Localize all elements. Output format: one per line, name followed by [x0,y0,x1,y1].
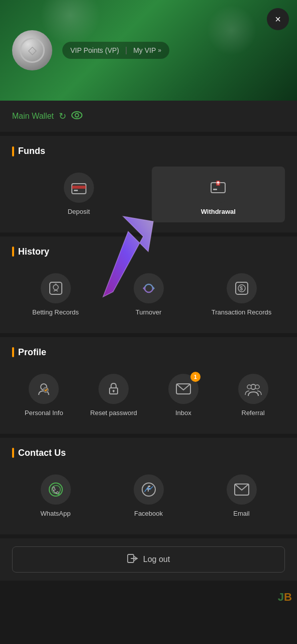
facebook-label: Facebook [134,510,163,518]
reset-password-item[interactable]: Reset password [82,368,146,424]
withdrawal-icon-circle [203,173,233,203]
refresh-icon[interactable]: ↻ [59,111,66,122]
transaction-records-label: Transaction Records [212,308,271,317]
svg-point-0 [72,112,82,119]
referral-icon [238,374,268,404]
my-vip-link[interactable]: My VIP » [133,46,161,54]
withdrawal-item[interactable]: Withdrawal [152,167,285,222]
profile-title: Profile [12,347,285,358]
header: × ◇ VIP Points (VP) | My VIP » [0,0,297,101]
history-grid: Betting Records Turnover $ [12,267,285,323]
vip-points-label: VIP Points (VP) [70,46,119,54]
betting-records-item[interactable]: Betting Records [12,267,99,323]
inbox-icon: 1 [168,374,199,404]
betting-records-icon [41,273,71,303]
svg-point-19 [43,387,48,392]
email-label: Email [233,510,250,518]
svg-point-1 [75,113,78,117]
logout-button[interactable]: Log out [12,546,285,573]
svg-point-10 [55,283,57,285]
eye-icon[interactable] [71,111,82,122]
facebook-item[interactable]: Facebook [105,468,192,524]
svg-point-25 [255,385,259,389]
svg-point-24 [247,385,251,389]
facebook-icon [134,474,164,505]
profile-section: Profile Personal Info [0,337,297,434]
funds-grid: Deposit Withdrawal [12,167,285,222]
svg-marker-11 [153,286,155,290]
profile-grid: Personal Info Reset password 1 [12,368,285,424]
whatsapp-item[interactable]: WhatsApp [12,468,99,524]
svg-marker-12 [143,286,145,290]
inbox-badge: 1 [190,372,201,382]
contact-title: Contact Us [12,448,285,458]
svg-rect-3 [72,186,86,189]
logout-icon [127,554,138,565]
logout-section: Log out [0,538,297,581]
personal-info-item[interactable]: Personal Info [12,368,76,424]
betting-records-label: Betting Records [32,308,79,317]
logout-label: Log out [143,555,170,564]
funds-section: Funds Deposit Wi [0,136,297,232]
transaction-records-icon: $ [227,273,257,303]
svg-point-9 [53,285,58,290]
wallet-label: Main Wallet ↻ [12,111,285,122]
watermark: JB [278,591,292,604]
deposit-item[interactable]: Deposit [12,167,146,222]
contact-section: Contact Us WhatsApp [0,438,297,534]
email-icon [227,474,257,505]
contact-grid: WhatsApp Facebook Email [12,468,285,524]
wallet-section: Main Wallet ↻ [0,101,297,132]
withdrawal-label: Withdrawal [201,208,236,216]
funds-title: Funds [12,146,285,156]
turnover-label: Turnover [136,308,162,317]
whatsapp-icon [41,474,71,505]
referral-label: Referral [242,409,265,418]
email-item[interactable]: Email [198,468,285,524]
whatsapp-label: WhatsApp [41,510,71,518]
deposit-icon-circle [64,173,94,203]
vip-info-bar[interactable]: VIP Points (VP) | My VIP » [62,42,169,59]
personal-info-label: Personal Info [25,409,63,418]
deposit-label: Deposit [68,208,90,216]
inbox-item[interactable]: 1 Inbox [152,368,216,424]
close-button[interactable]: × [267,8,289,30]
reset-password-icon [98,374,129,404]
logo: ◇ [12,30,52,70]
chevron-right-icon: » [158,47,161,54]
personal-info-icon [29,374,59,404]
svg-rect-7 [213,189,217,190]
inbox-label: Inbox [175,409,191,418]
transaction-records-item[interactable]: $ Transaction Records [198,267,285,323]
svg-rect-4 [74,190,78,191]
turnover-item[interactable]: Turnover [105,267,192,323]
turnover-icon [134,273,164,303]
referral-item[interactable]: Referral [221,368,285,424]
reset-password-label: Reset password [90,409,137,418]
vip-divider: | [125,46,127,55]
history-title: History [12,247,285,257]
logo-inner: ◇ [20,38,45,63]
history-section: History Betting Records [0,236,297,333]
svg-text:$: $ [240,285,243,291]
